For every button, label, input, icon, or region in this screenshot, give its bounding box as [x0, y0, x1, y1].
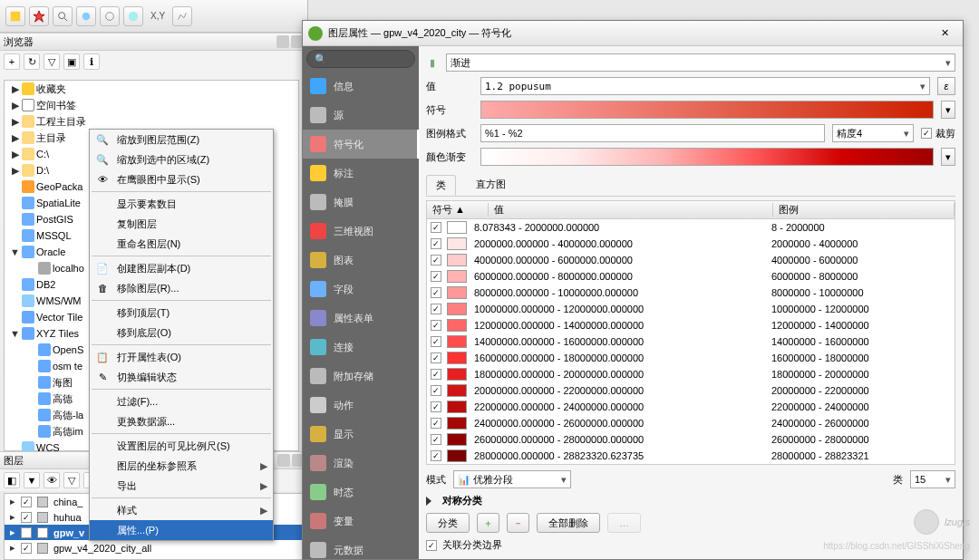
- class-row[interactable]: ✓2000000.000000 - 4000000.0000002000000 …: [427, 236, 955, 252]
- context-menu-item[interactable]: 📄创建图层副本(D): [90, 258, 273, 278]
- class-count-spin[interactable]: 15▾: [910, 470, 955, 488]
- delete-all-button[interactable]: 全部删除: [537, 513, 600, 533]
- tree-item[interactable]: ▶收藏夹: [5, 81, 298, 97]
- sidebar-item[interactable]: 属性表单: [303, 304, 419, 333]
- sidebar-item[interactable]: 三维视图: [303, 217, 419, 246]
- class-row[interactable]: ✓8000000.000000 - 10000000.0000008000000…: [427, 285, 955, 301]
- context-menu-item[interactable]: 重命名图层(N): [90, 234, 273, 254]
- symmetric-label[interactable]: 对称分类: [442, 494, 482, 507]
- context-menu-item[interactable]: 📋打开属性表(O): [90, 347, 273, 367]
- sidebar-item[interactable]: 时态: [303, 478, 419, 507]
- context-menu-item[interactable]: 显示要素数目: [90, 194, 273, 214]
- eye-icon[interactable]: 👁: [44, 472, 60, 488]
- class-count-label: 类: [893, 473, 903, 487]
- sidebar-item[interactable]: 连接: [303, 333, 419, 362]
- sidebar-item[interactable]: 附加存储: [303, 362, 419, 391]
- dock-icon[interactable]: [277, 454, 290, 467]
- toolbar-button[interactable]: [172, 6, 192, 26]
- renderer-type-combo[interactable]: 渐进▾: [446, 53, 955, 72]
- classes-table[interactable]: 符号 ▲ 值 图例 ✓8.078343 - 2000000.0000008 - …: [426, 200, 955, 465]
- context-menu-item[interactable]: 移到底层(O): [90, 323, 273, 343]
- symbol-drop[interactable]: ▾: [941, 101, 955, 119]
- context-menu-item[interactable]: 导出▶: [90, 476, 273, 496]
- tab-histogram[interactable]: 直方图: [467, 175, 515, 196]
- dock-icon[interactable]: [276, 35, 289, 48]
- sidebar-item[interactable]: 标注: [303, 159, 419, 188]
- color-ramp[interactable]: [480, 148, 934, 166]
- context-menu-item[interactable]: 样式▶: [90, 500, 273, 520]
- class-row[interactable]: ✓20000000.000000 - 22000000.000000200000…: [427, 382, 955, 399]
- context-menu-item[interactable]: 👁在鹰眼图中显示(S): [90, 169, 273, 189]
- class-row[interactable]: ✓8.078343 - 2000000.0000008 - 2000000: [427, 219, 955, 236]
- sidebar-item[interactable]: 显示: [303, 420, 419, 449]
- ramp-drop[interactable]: ▾: [941, 148, 955, 166]
- sidebar-item[interactable]: 源: [303, 101, 419, 130]
- style-icon[interactable]: ◧: [4, 472, 20, 488]
- class-row[interactable]: ✓28000000.000000 - 28823320.623735280000…: [427, 448, 955, 464]
- class-row[interactable]: ✓12000000.000000 - 14000000.000000120000…: [427, 317, 955, 333]
- class-row[interactable]: ✓4000000.000000 - 6000000.0000004000000 …: [427, 252, 955, 268]
- class-row[interactable]: ✓18000000.000000 - 20000000.000000180000…: [427, 366, 955, 382]
- sidebar-search[interactable]: [306, 50, 415, 68]
- sidebar-item[interactable]: 图表: [303, 246, 419, 275]
- toolbar-button[interactable]: [53, 6, 73, 26]
- toolbar-button[interactable]: [29, 6, 49, 26]
- layer-context-menu[interactable]: 🔍缩放到图层范围(Z)🔍缩放到选中的区域(Z)👁在鹰眼图中显示(S)显示要素数目…: [89, 129, 274, 541]
- sidebar-item[interactable]: 变量: [303, 507, 419, 536]
- context-menu-item[interactable]: 过滤(F)...: [90, 391, 273, 411]
- sidebar-item[interactable]: 信息: [303, 72, 419, 101]
- context-menu-item[interactable]: 图层的坐标参照系▶: [90, 456, 273, 476]
- class-row[interactable]: ✓10000000.000000 - 12000000.000000100000…: [427, 301, 955, 317]
- trim-checkbox[interactable]: ✓裁剪: [921, 127, 955, 140]
- sidebar-item[interactable]: 渲染: [303, 449, 419, 478]
- context-menu-item[interactable]: 🔍缩放到选中的区域(Z): [90, 150, 273, 169]
- toolbar-button[interactable]: [123, 6, 143, 26]
- expand-icon[interactable]: [426, 497, 431, 506]
- precision-combo[interactable]: 精度4▾: [832, 124, 914, 142]
- toolbar-button[interactable]: [5, 6, 25, 26]
- context-menu-item[interactable]: 🔍缩放到图层范围(Z): [90, 130, 273, 150]
- class-row[interactable]: ✓22000000.000000 - 24000000.000000220000…: [427, 399, 955, 415]
- context-menu-item[interactable]: 设置图层的可见比例尺(S): [90, 436, 273, 456]
- close-button[interactable]: ✕: [932, 24, 957, 43]
- tree-item[interactable]: ▶空间书签: [5, 97, 298, 113]
- toolbar-button[interactable]: [76, 6, 96, 26]
- sidebar-item[interactable]: 字段: [303, 275, 419, 304]
- context-menu-item[interactable]: 移到顶层(T): [90, 303, 273, 323]
- filter-icon[interactable]: ▼: [24, 472, 40, 488]
- remove-class-button[interactable]: －: [507, 513, 529, 533]
- collapse-icon[interactable]: ▣: [63, 53, 80, 70]
- class-row[interactable]: ✓24000000.000000 - 26000000.000000240000…: [427, 415, 955, 431]
- filter2-icon[interactable]: ▽: [63, 472, 80, 488]
- symbol-preview[interactable]: [480, 101, 934, 119]
- dialog-titlebar[interactable]: 图层属性 — gpw_v4_2020_city — 符号化 ✕: [303, 21, 963, 46]
- context-menu-item[interactable]: 🗑移除图层(R)...: [90, 278, 273, 298]
- toolbar-button[interactable]: [100, 6, 120, 26]
- link-boundaries-checkbox[interactable]: ✓关联分类边界: [426, 538, 502, 552]
- class-row[interactable]: ✓26000000.000000 - 28000000.000000260000…: [427, 431, 955, 448]
- filter-icon[interactable]: ▽: [44, 53, 60, 70]
- layer-row[interactable]: ▸✓gpw_v4_2020_city_all: [5, 540, 304, 555]
- classify-button[interactable]: 分类: [426, 513, 470, 533]
- class-row[interactable]: ✓16000000.000000 - 18000000.000000160000…: [427, 350, 955, 366]
- mode-combo[interactable]: 📊 优雅分段▾: [453, 470, 571, 488]
- class-row[interactable]: ✓6000000.000000 - 8000000.0000006000000 …: [427, 268, 955, 285]
- value-field-combo[interactable]: 1.2 popusum▾: [480, 77, 930, 95]
- context-menu-item[interactable]: 属性...(P): [90, 520, 273, 540]
- add-class-button[interactable]: ＋: [477, 513, 499, 533]
- sidebar-item[interactable]: 元数据: [303, 536, 419, 559]
- context-menu-item[interactable]: ✎切换编辑状态: [90, 367, 273, 387]
- sidebar-item[interactable]: 符号化: [303, 130, 419, 159]
- refresh-icon[interactable]: ↻: [24, 53, 40, 70]
- class-row[interactable]: ✓14000000.000000 - 16000000.000000140000…: [427, 333, 955, 350]
- expression-button[interactable]: ε: [937, 77, 955, 95]
- legend-format-input[interactable]: [480, 124, 825, 142]
- context-menu-item[interactable]: 复制图层: [90, 214, 273, 234]
- sidebar-item[interactable]: 掩膜: [303, 188, 419, 217]
- add-icon[interactable]: +: [4, 53, 20, 70]
- context-menu-item[interactable]: 更换数据源...: [90, 411, 273, 431]
- tree-item[interactable]: ▶工程主目录: [5, 113, 298, 130]
- tab-classes[interactable]: 类: [426, 175, 456, 196]
- sidebar-item[interactable]: 动作: [303, 391, 419, 420]
- info-icon[interactable]: ℹ: [83, 53, 100, 70]
